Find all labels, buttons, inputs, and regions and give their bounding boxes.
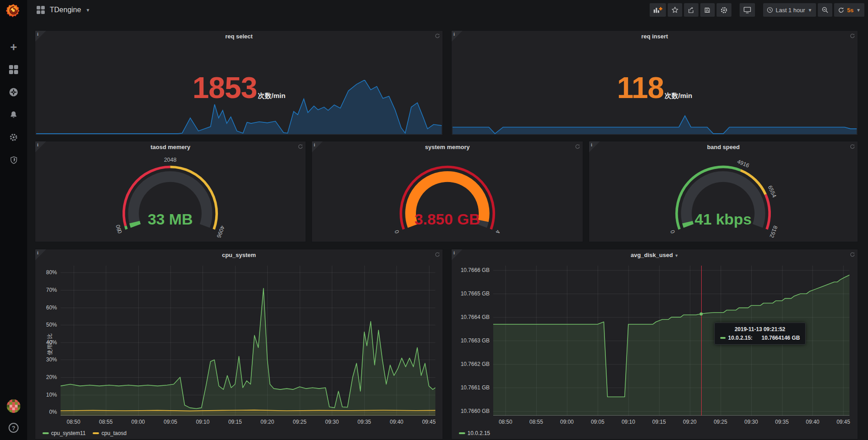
refresh-button[interactable]: 5s ▼	[834, 3, 864, 17]
panel-info-corner[interactable]: i	[35, 249, 46, 260]
dashboard-grid: i req select 1853 次数/min i req insert 11…	[27, 20, 868, 440]
x-tick-label: 09:45	[422, 419, 436, 425]
graph-tooltip: 2019-11-13 09:21:52 10.0.2.15: 10.766414…	[714, 323, 806, 345]
user-avatar[interactable]	[7, 399, 20, 413]
sidebar: + ?	[0, 0, 27, 440]
avg-disk-used-plot[interactable]: 2019-11-13 09:21:52 10.0.2.15: 10.766414…	[493, 266, 849, 416]
dashboard-grid-icon	[37, 6, 45, 14]
admin-shield-icon[interactable]	[8, 154, 19, 165]
legend-series-dash	[93, 432, 99, 434]
panel-loading-icon	[575, 144, 580, 150]
svg-text:4916: 4916	[736, 159, 750, 169]
svg-text:3.850 GB: 3.850 GB	[415, 211, 480, 228]
svg-text:8192: 8192	[769, 225, 779, 239]
panel-title[interactable]: req select	[35, 33, 443, 40]
dashboards-icon[interactable]	[8, 64, 19, 75]
share-button[interactable]	[684, 3, 698, 17]
time-cursor-line	[701, 266, 702, 416]
cpu-system-legend: cpu_system11cpu_taosd	[42, 430, 127, 436]
y-axis-title: 使用占比	[46, 333, 54, 355]
x-tick-label: 09:00	[132, 419, 145, 425]
cpu-system-plot[interactable]: 0%10%20%30%40%50%60%70%80%08:5008:5509:0…	[61, 266, 435, 416]
svg-text:80: 80	[115, 224, 123, 232]
x-tick-label: 08:55	[99, 419, 113, 425]
explore-compass-icon[interactable]	[8, 87, 19, 98]
save-button[interactable]	[700, 3, 715, 17]
svg-text:41 kbps: 41 kbps	[695, 211, 752, 228]
legend-item[interactable]: 10.0.2.15	[459, 430, 490, 436]
y-tick-label: 10.7666 GB	[461, 267, 490, 273]
page-title: TDengine	[50, 6, 81, 14]
chevron-down-icon: ▼	[85, 8, 90, 13]
dashboard-settings-button[interactable]	[717, 3, 731, 17]
legend-item[interactable]: cpu_taosd	[93, 430, 126, 436]
y-tick-label: 10.7661 GB	[461, 384, 490, 391]
tooltip-series-value: 10.7664146 GB	[762, 335, 800, 341]
panel-loading-icon	[849, 33, 855, 39]
avg-disk-used-legend: 10.0.2.15	[459, 430, 490, 436]
panel-band-speed: i band speed 049166554819241 kbps	[589, 141, 858, 242]
star-button[interactable]	[668, 3, 682, 17]
x-tick-label: 09:10	[196, 419, 209, 425]
tooltip-series-label: 10.0.2.15:	[728, 335, 753, 341]
save-icon	[704, 7, 711, 14]
panel-info-corner[interactable]: i	[589, 141, 600, 152]
time-range-picker[interactable]: Last 1 hour ▼	[763, 3, 816, 17]
y-tick-label: 70%	[46, 287, 57, 293]
legend-series-dash	[42, 432, 49, 434]
y-tick-label: 10.7662 GB	[461, 361, 490, 367]
tv-mode-button[interactable]	[740, 3, 755, 17]
x-tick-label: 09:20	[683, 419, 697, 425]
svg-text:33 MB: 33 MB	[148, 211, 193, 228]
configuration-gear-icon[interactable]	[8, 132, 19, 143]
panel-avg-disk-used: i avg_disk_used ▼ 2019-11-13 09:21:52 10…	[451, 249, 858, 440]
zoom-out-button[interactable]	[818, 3, 832, 17]
panel-loading-icon	[434, 252, 440, 257]
create-icon[interactable]: +	[8, 42, 19, 52]
legend-series-label: 10.0.2.15	[467, 430, 490, 436]
y-tick-label: 50%	[46, 322, 57, 328]
req-insert-unit: 次数/min	[665, 92, 692, 100]
refresh-icon	[838, 7, 844, 14]
panel-title[interactable]: avg_disk_used ▼	[452, 252, 858, 258]
panel-taosd-memory: i taosd memery 0802048409633 MB	[35, 141, 306, 242]
help-icon[interactable]: ?	[9, 423, 19, 433]
panel-info-corner[interactable]: i	[35, 31, 46, 42]
svg-text:4096: 4096	[216, 225, 226, 239]
band-speed-gauge: 049166554819241 kbps	[589, 153, 858, 240]
x-tick-label: 08:50	[67, 419, 80, 425]
legend-item[interactable]: cpu_system11	[42, 430, 85, 436]
panel-title[interactable]: band speed	[589, 144, 858, 150]
panel-title[interactable]: taosd memery	[35, 144, 306, 150]
chevron-down-icon: ▼	[808, 8, 812, 13]
panel-loading-icon	[434, 33, 440, 39]
add-panel-button[interactable]	[650, 3, 666, 17]
panel-loading-icon	[297, 144, 303, 150]
time-range-label: Last 1 hour	[776, 7, 805, 14]
x-axis-line	[61, 415, 435, 416]
x-tick-label: 08:55	[529, 419, 543, 425]
x-tick-label: 09:05	[164, 419, 177, 425]
panel-info-corner[interactable]: i	[312, 141, 323, 152]
panel-title[interactable]: req insert	[452, 33, 858, 40]
y-tick-label: 20%	[46, 374, 57, 380]
panel-info-corner[interactable]: i	[452, 31, 462, 42]
panel-title[interactable]: system memory	[312, 144, 583, 150]
panel-info-corner[interactable]: i	[452, 249, 462, 260]
panel-title[interactable]: cpu_system	[35, 252, 443, 258]
x-tick-label: 09:10	[622, 419, 635, 425]
alerting-bell-icon[interactable]	[8, 109, 19, 120]
panel-system-memory: i system memory 043.850 GB	[311, 141, 583, 242]
x-tick-label: 09:30	[325, 419, 339, 425]
share-icon	[688, 6, 695, 14]
chevron-down-icon: ▼	[856, 8, 861, 13]
x-tick-label: 09:40	[806, 419, 819, 425]
taosd-memory-gauge: 0802048409633 MB	[35, 153, 306, 240]
panel-req-select: i req select 1853 次数/min	[35, 30, 443, 136]
grafana-logo[interactable]	[4, 1, 24, 21]
svg-text:6554: 6554	[767, 185, 778, 199]
dashboard-title-button[interactable]: TDengine ▼	[36, 5, 90, 14]
y-tick-label: 10.7664 GB	[461, 314, 490, 320]
y-tick-label: 10.7660 GB	[461, 408, 490, 414]
panel-info-corner[interactable]: i	[35, 141, 46, 152]
